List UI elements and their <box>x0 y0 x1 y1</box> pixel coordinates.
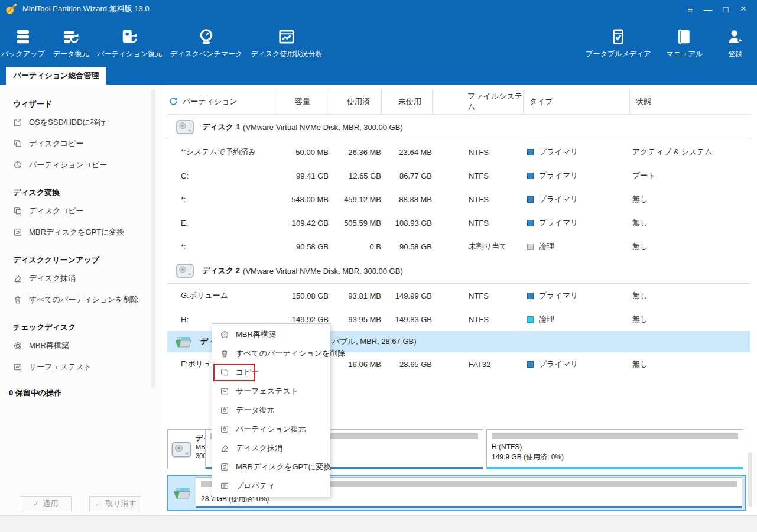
menu-item-label: すべてのパーティションを削除 <box>236 348 345 359</box>
sidebar-item-label: ディスクコピー <box>29 138 84 149</box>
sidebar: ウィザード OSをSSD/HDDに移行 ディスクコピー パーティションコピー デ… <box>0 85 164 515</box>
menu-item-label: ディスク抹消 <box>236 443 282 453</box>
surface-test-icon <box>220 387 229 396</box>
partition-h-usage: 149.9 GB (使用済: 0%) <box>492 452 564 462</box>
sidebar-item-disk-copy[interactable]: ディスクコピー <box>0 133 164 154</box>
sidebar-item-label: すべてのパーティションを削除 <box>29 294 138 305</box>
toolbar-label: データ復元 <box>53 49 89 59</box>
undo-button-label: 取り消す <box>105 498 137 509</box>
sidebar-item-label: MBRディスクをGPTに変換 <box>29 227 124 238</box>
undo-arrow-icon: ← <box>94 499 102 508</box>
menu-item-copy[interactable]: コピー <box>212 363 330 382</box>
menu-item-properties[interactable]: プロパティ <box>212 476 330 495</box>
toolbar-manual[interactable]: マニュアル <box>667 18 703 59</box>
backup-icon <box>14 28 32 46</box>
menu-item-delete-all-partitions[interactable]: すべてのパーティションを削除 <box>212 344 330 363</box>
sidebar-item-delete-all-partitions[interactable]: すべてのパーティションを削除 <box>0 289 164 310</box>
table-row[interactable]: *: 90.58 GB 0 B 90.58 GB 未割り当て 論理 無し <box>167 235 750 258</box>
context-menu: MBR再構築 すべてのパーティションを削除 コピー サーフェステスト データ復元… <box>212 323 330 497</box>
sidebar-item-clipped <box>0 378 164 384</box>
type-color-square <box>527 293 534 299</box>
sidebar-section-wizard: ウィザード <box>13 99 164 109</box>
header-used: 使用済 <box>329 89 381 114</box>
partition-recovery-icon <box>220 424 229 434</box>
disk-usage-icon <box>278 28 295 46</box>
disk-copy-icon <box>13 206 22 216</box>
sidebar-item-migrate-os[interactable]: OSをSSD/HDDに移行 <box>0 112 164 133</box>
minimize-icon[interactable]: — <box>700 4 716 14</box>
sidebar-item-mbr-to-gpt[interactable]: MBRディスクをGPTに変換 <box>0 222 164 243</box>
sidebar-item-wipe-disk[interactable]: ディスク抹消 <box>0 268 164 289</box>
table-row[interactable]: *: 548.00 MB 459.12 MB 88.88 MB NTFS プライ… <box>167 187 750 211</box>
maximize-icon[interactable]: □ <box>718 4 733 14</box>
sidebar-item-label: パーティションコピー <box>29 160 107 170</box>
data-recovery-icon <box>62 28 80 46</box>
removable-disk-icon <box>173 334 193 349</box>
tab-partition-management[interactable]: パーティション総合管理 <box>6 67 106 85</box>
tab-row: パーティション総合管理 <box>0 67 757 85</box>
table-row[interactable]: G:ボリューム 150.08 GB 93.81 MB 149.99 GB NTF… <box>167 284 750 307</box>
sidebar-item-rebuild-mbr[interactable]: MBR再構築 <box>0 335 164 356</box>
rebuild-mbr-icon <box>220 330 229 339</box>
sidebar-item-label: ディスク抹消 <box>29 273 76 284</box>
rebuild-mbr-icon <box>13 341 22 351</box>
apply-button[interactable]: ✓ 適用 <box>20 496 72 511</box>
toolbar-label: ディスク使用状況分析 <box>251 49 322 59</box>
menu-item-rebuild-mbr[interactable]: MBR再構築 <box>212 325 330 344</box>
menu-item-wipe-disk[interactable]: ディスク抹消 <box>212 439 330 458</box>
toolbar-bootable-media[interactable]: ブータブルメディア <box>586 18 651 59</box>
menu-item-label: MBR再構築 <box>236 329 276 340</box>
table-row[interactable]: *:システムで予約済み 50.00 MB 26.36 MB 23.64 MB N… <box>167 140 750 164</box>
partition-h-label: H:(NTFS) <box>492 443 522 451</box>
sidebar-item-disk-copy-2[interactable]: ディスクコピー <box>0 200 164 222</box>
menu-item-partition-recovery[interactable]: パーティション復元 <box>212 420 330 439</box>
menu-item-surface-test[interactable]: サーフェステスト <box>212 382 330 401</box>
hamburger-menu-icon[interactable]: ≡ <box>683 4 698 14</box>
toolbar-label: ブータブルメディア <box>586 49 651 59</box>
type-color-square <box>527 196 534 203</box>
data-recovery-icon <box>220 406 229 415</box>
disk2-header-row[interactable]: ディスク 2 (VMware Virtual NVMe Disk, MBR, 3… <box>167 258 750 284</box>
table-row[interactable]: E: 109.42 GB 505.59 MB 108.93 GB NTFS プラ… <box>167 211 750 235</box>
hdd-icon <box>176 119 194 135</box>
toolbar-disk-usage-analysis[interactable]: ディスク使用状況分析 <box>251 18 322 59</box>
sidebar-item-partition-copy[interactable]: パーティションコピー <box>0 154 164 176</box>
menu-item-label: パーティション復元 <box>236 424 306 434</box>
toolbar-partition-recovery[interactable]: パーティション復元 <box>97 18 162 59</box>
app-logo-icon <box>5 2 18 15</box>
menu-item-mbr-to-gpt[interactable]: MBRディスクをGPTに変換 <box>212 458 330 476</box>
refresh-icon[interactable] <box>168 96 178 106</box>
toolbar-disk-benchmark[interactable]: ディスクベンチマーク <box>170 18 243 59</box>
delete-all-partitions-icon <box>13 295 22 304</box>
type-color-square <box>527 220 534 226</box>
mbr-to-gpt-icon <box>13 228 22 237</box>
menu-item-data-recovery[interactable]: データ復元 <box>212 401 330 420</box>
undo-button[interactable]: ← 取り消す <box>89 496 141 511</box>
toolbar-backup[interactable]: バックアップ <box>1 18 45 59</box>
close-icon[interactable]: × <box>736 3 751 15</box>
surface-test-icon <box>13 362 22 372</box>
disk1-header-row[interactable]: ディスク 1 (VMware Virtual NVMe Disk, MBR, 3… <box>167 115 750 140</box>
diskmap-disk2-info: ディス MBR 300.00 <box>168 430 205 469</box>
header-type: タイプ <box>523 89 629 114</box>
sidebar-scrollbar[interactable] <box>151 89 155 388</box>
disk-copy-icon <box>13 139 22 148</box>
sidebar-item-label: サーフェステスト <box>29 362 92 372</box>
type-color-square <box>527 244 534 250</box>
diskmap-partition-h[interactable]: H:(NTFS) 149.9 GB (使用済: 0%) <box>486 429 743 469</box>
sidebar-section-check-disk: チェックディスク <box>13 322 164 333</box>
toolbar-register[interactable]: 登録 <box>718 18 752 59</box>
toolbar-label: バックアップ <box>1 49 45 59</box>
sidebar-item-surface-test[interactable]: サーフェステスト <box>0 356 164 378</box>
table-row[interactable]: C: 99.41 GB 12.65 GB 86.77 GB NTFS プライマリ… <box>167 164 750 187</box>
mbr-to-gpt-icon <box>220 462 229 472</box>
toolbar-label: マニュアル <box>667 49 703 59</box>
window-title: MiniTool Partition Wizard 無料版 13.0 <box>22 4 150 14</box>
header-unused: 未使用 <box>381 89 432 114</box>
header-filesystem: ファイルシステム <box>432 89 523 114</box>
diskmap-scrollbar[interactable] <box>748 452 752 507</box>
disk2-info: (VMware Virtual NVMe Disk, MBR, 300.00 G… <box>243 267 403 275</box>
toolbar-data-recovery[interactable]: データ復元 <box>53 18 89 59</box>
toolbar-label: パーティション復元 <box>97 49 162 59</box>
disk-benchmark-icon <box>197 28 215 46</box>
